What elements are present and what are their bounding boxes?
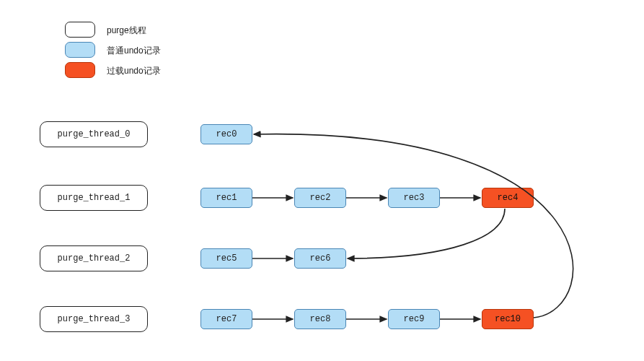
rec-label: rec2 — [310, 193, 331, 203]
arrow-rec10-rec0 — [254, 134, 573, 318]
rec-label: rec10 — [495, 314, 521, 324]
legend-swatch-thread — [65, 22, 95, 38]
rec-label: rec7 — [216, 314, 237, 324]
rec-box-rec0: rec0 — [200, 124, 252, 144]
rec-box-rec4: rec4 — [482, 188, 534, 208]
rec-label: rec0 — [216, 129, 237, 139]
rec-box-rec5: rec5 — [200, 248, 252, 269]
rec-box-rec6: rec6 — [294, 248, 346, 269]
thread-label-1: purge_thread_1 — [58, 193, 131, 203]
rec-label: rec4 — [498, 193, 519, 203]
thread-box-0: purge_thread_0 — [40, 121, 148, 147]
legend-label-overload: 过载undo记录 — [107, 65, 161, 77]
legend-swatch-overload — [65, 62, 95, 78]
rec-box-rec2: rec2 — [294, 188, 346, 208]
rec-box-rec10: rec10 — [482, 309, 534, 329]
thread-label-0: purge_thread_0 — [58, 129, 131, 139]
rec-label: rec3 — [404, 193, 425, 203]
rec-box-rec9: rec9 — [388, 309, 440, 329]
rec-box-rec8: rec8 — [294, 309, 346, 329]
rec-label: rec1 — [216, 193, 237, 203]
rec-box-rec3: rec3 — [388, 188, 440, 208]
rec-box-rec7: rec7 — [200, 309, 252, 329]
rec-label: rec8 — [310, 314, 331, 324]
rec-label: rec5 — [216, 253, 237, 264]
thread-label-3: purge_thread_3 — [58, 314, 131, 324]
arrow-rec4-rec6 — [348, 209, 505, 258]
thread-box-3: purge_thread_3 — [40, 306, 148, 332]
thread-box-1: purge_thread_1 — [40, 185, 148, 211]
legend-label-thread: purge线程 — [107, 25, 146, 37]
legend-label-normal: 普通undo记录 — [107, 45, 161, 57]
rec-box-rec1: rec1 — [200, 188, 252, 208]
thread-label-2: purge_thread_2 — [58, 253, 131, 264]
legend-swatch-normal — [65, 42, 95, 58]
rec-label: rec6 — [310, 253, 331, 264]
rec-label: rec9 — [404, 314, 425, 324]
thread-box-2: purge_thread_2 — [40, 245, 148, 271]
